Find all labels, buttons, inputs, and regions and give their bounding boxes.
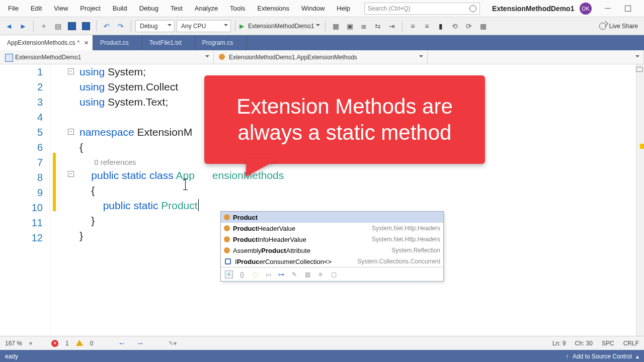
filter-field-icon[interactable]: ▥ — [303, 270, 311, 279]
intelli-item[interactable]: Product — [221, 212, 443, 223]
filter-braces-icon[interactable]: {} — [238, 270, 246, 279]
tool-btn-6[interactable]: ⟲ — [449, 20, 461, 32]
open-file-button[interactable]: ▤ — [52, 20, 64, 32]
tool-btn-8[interactable]: ▦ — [477, 20, 489, 32]
class-icon — [224, 225, 230, 231]
tool-btn-3[interactable]: ≣ — [358, 20, 370, 32]
filter-struct-icon[interactable]: ▭ — [264, 270, 272, 279]
intelli-label: ProductHeaderValue — [233, 225, 295, 232]
intelli-namespace: System.Net.Http.Headers — [372, 236, 440, 243]
vertical-scrollbar[interactable] — [636, 64, 644, 336]
scope-bar: ExtensionMethodDemo1 ExtensionMethodDemo… — [0, 50, 644, 64]
menu-view[interactable]: View — [48, 3, 74, 14]
tab-appextensionmethods[interactable]: AppExtensionMethods.cs* ✕ — [0, 35, 93, 50]
search-input[interactable]: Search (Ctrl+Q) — [364, 3, 480, 15]
editor-footer-bar: 167 % ▾ ✕ 1 0 ← → ✎▾ Ln: 9 Ch: 30 SPC CR… — [0, 336, 644, 350]
live-share-button[interactable]: Live Share — [599, 23, 641, 30]
eol-mode[interactable]: CRLF — [623, 340, 639, 347]
account-avatar[interactable]: DK — [580, 3, 592, 15]
nav-fwd-button[interactable]: ► — [17, 20, 29, 32]
filter-snippet-icon[interactable]: ▢ — [330, 270, 338, 279]
zoom-level[interactable]: 167 % — [5, 340, 22, 347]
menu-extensions[interactable]: Extensions — [251, 3, 295, 14]
intelli-namespace: System.Collections.Concurrent — [357, 258, 440, 265]
tab-textfile1[interactable]: TextFile1.txt — [142, 35, 195, 50]
close-icon[interactable]: ✕ — [84, 40, 89, 46]
caret-col: Ch: 30 — [575, 340, 593, 347]
filter-local-icon[interactable]: ≡ — [316, 270, 325, 279]
tool-btn-4[interactable]: ⇆ — [372, 20, 384, 32]
menu-edit[interactable]: Edit — [25, 3, 48, 14]
filter-method-icon[interactable]: ✎ — [290, 270, 298, 279]
solution-name: ExtensionMethodDemo1 — [492, 5, 574, 13]
menu-debug[interactable]: Debug — [133, 3, 165, 14]
search-placeholder: Search (Ctrl+Q) — [368, 5, 410, 12]
indent-mode[interactable]: SPC — [602, 340, 614, 347]
start-debug-icon: ▶ — [239, 23, 244, 30]
intelli-label: IProducerConsumerCollection<> — [235, 258, 332, 265]
warning-icon[interactable] — [76, 336, 83, 346]
menu-help[interactable]: Help — [331, 3, 356, 14]
filter-add-icon[interactable]: ＋ — [225, 270, 233, 279]
class-icon — [219, 54, 226, 61]
menu-test[interactable]: Test — [165, 3, 189, 14]
new-item-button[interactable]: ＋ — [38, 20, 50, 32]
redo-button[interactable]: ↷ — [115, 20, 127, 32]
menu-file[interactable]: File — [2, 3, 25, 14]
intelli-label: AssemblyProductAttribute — [233, 247, 310, 254]
scope-member-combo[interactable] — [428, 50, 644, 64]
intelli-item[interactable]: ProductHeaderValue System.Net.Http.Heade… — [221, 223, 443, 234]
tool-btn-5[interactable]: ⇥ — [386, 20, 398, 32]
interface-icon — [224, 257, 232, 265]
save-button[interactable] — [66, 20, 78, 32]
filter-keyword-icon[interactable]: ⊶ — [277, 270, 285, 279]
menu-analyze[interactable]: Analyze — [189, 3, 224, 14]
chevron-up-icon[interactable]: ▴ — [636, 353, 639, 360]
menu-bar: File Edit View Project Build Debug Test … — [0, 0, 644, 17]
intelli-filter-bar: ＋ {} ◌ ▭ ⊶ ✎ ▥ ≡ ▢ — [221, 267, 443, 281]
scope-class-combo[interactable]: ExtensionMethodDemo1.AppExtensionMethods — [214, 50, 428, 64]
warning-count: 0 — [90, 340, 94, 347]
dirty-marker: * — [77, 39, 79, 46]
intelli-item[interactable]: ProductInfoHeaderValue System.Net.Http.H… — [221, 234, 443, 245]
text-caret — [198, 199, 199, 211]
intelli-namespace: System.Net.Http.Headers — [372, 225, 440, 232]
start-debug-button[interactable]: ExtensionMethodDemo1 — [246, 23, 321, 30]
pen-icon[interactable]: ✎▾ — [169, 340, 177, 347]
intelli-label: Product — [233, 214, 258, 221]
indent-dec-button[interactable]: ≡ — [407, 20, 419, 32]
status-ready: eady — [5, 353, 18, 360]
platform-combo[interactable]: Any CPU — [177, 20, 231, 32]
scope-project-combo[interactable]: ExtensionMethodDemo1 — [0, 50, 214, 64]
bookmark-button[interactable]: ▮ — [435, 20, 447, 32]
error-icon[interactable]: ✕ — [51, 340, 58, 347]
tool-btn-1[interactable]: ▦ — [330, 20, 342, 32]
indent-inc-button[interactable]: ≡ — [421, 20, 433, 32]
tool-btn-2[interactable]: ▣ — [344, 20, 356, 32]
change-marker — [640, 144, 644, 149]
maximize-button[interactable] — [624, 5, 632, 13]
tab-product[interactable]: Product.cs — [93, 35, 142, 50]
source-control-button[interactable]: Add to Source Control — [573, 353, 632, 360]
minimize-button[interactable] — [604, 5, 612, 13]
menu-build[interactable]: Build — [107, 3, 133, 14]
intelli-item[interactable]: IProducerConsumerCollection<> System.Col… — [221, 256, 443, 267]
tool-btn-7[interactable]: ⟳ — [463, 20, 475, 32]
toolbar: ◄ ► ＋ ▤ ↶ ↷ Debug Any CPU ▶ ExtensionMet… — [0, 17, 644, 35]
prev-issue-button[interactable]: ← — [116, 339, 127, 348]
menu-window[interactable]: Window — [295, 3, 331, 14]
line-number-gutter: 1234 5678 9101112 — [0, 64, 50, 336]
save-all-button[interactable] — [80, 20, 92, 32]
filter-class-icon[interactable]: ◌ — [251, 270, 259, 279]
live-share-icon — [599, 23, 606, 30]
config-combo[interactable]: Debug — [135, 20, 175, 32]
class-icon — [224, 236, 230, 242]
menu-tools[interactable]: Tools — [224, 3, 251, 14]
next-issue-button[interactable]: → — [134, 339, 145, 348]
menu-project[interactable]: Project — [74, 3, 106, 14]
undo-button[interactable]: ↶ — [101, 20, 113, 32]
tab-program[interactable]: Program.cs — [195, 35, 247, 50]
nav-back-button[interactable]: ◄ — [3, 20, 15, 32]
caret-line: Ln: 9 — [552, 340, 566, 347]
intelli-item[interactable]: AssemblyProductAttribute System.Reflecti… — [221, 245, 443, 256]
